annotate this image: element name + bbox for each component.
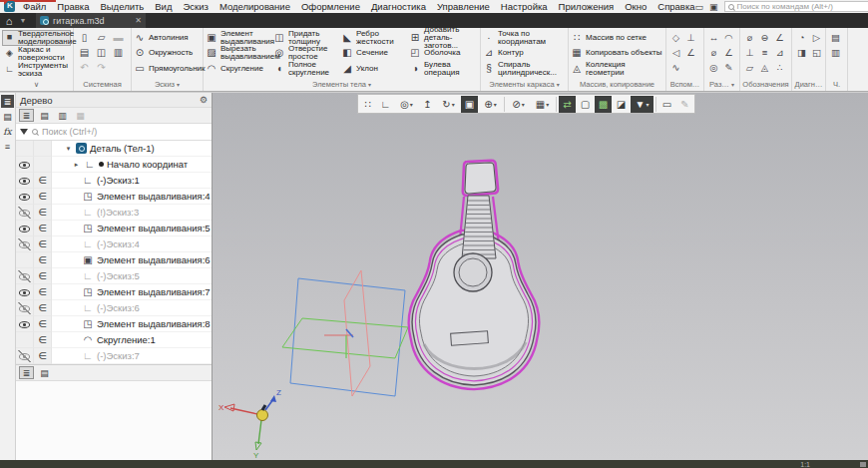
menu-item-8[interactable]: Управление xyxy=(437,1,490,12)
notation-angle-icon[interactable]: ∠ xyxy=(775,32,784,43)
included-icon[interactable]: ∈ xyxy=(38,223,47,234)
eye-hidden-icon[interactable] xyxy=(18,238,31,250)
menu-item-6[interactable]: Оформление xyxy=(301,1,360,12)
included-icon[interactable]: ∈ xyxy=(38,286,47,297)
part-list-icon[interactable]: ▤ xyxy=(831,32,840,43)
aux-angle-icon[interactable]: ∠ xyxy=(686,47,695,58)
notation-triangle-icon[interactable]: ⊿ xyxy=(776,47,784,58)
tree-row[interactable]: ∈◳Элемент выдавливания:4 xyxy=(16,189,212,205)
tree-row[interactable]: ∈∟(-)Эскиз:5 xyxy=(16,268,212,284)
model-tree-tab[interactable]: ≣ xyxy=(19,366,34,379)
orientation-cube-button[interactable]: ▣ xyxy=(461,96,478,113)
eye-visible-icon[interactable] xyxy=(18,159,31,171)
display-mode-button[interactable]: ▦▾ xyxy=(531,96,554,113)
included-icon[interactable]: ∈ xyxy=(38,318,47,329)
notation-points-icon[interactable]: ∴ xyxy=(776,62,782,73)
cut-extrude-button[interactable]: ▨Вырезать выдавливанием xyxy=(206,46,271,62)
eye-visible-icon[interactable] xyxy=(18,191,31,203)
save-as-icon[interactable]: ▥ xyxy=(114,47,123,58)
dropdown-caret-icon[interactable]: ▾ xyxy=(522,101,525,108)
aux-axis-icon[interactable]: ⊥ xyxy=(686,32,694,43)
measure-icon[interactable]: ◔ xyxy=(799,32,805,43)
dropdown-caret-icon[interactable]: ▾ xyxy=(546,101,549,108)
tolerance-icon[interactable]: ◎ xyxy=(709,62,717,73)
tree-row[interactable]: ∈∟(-)Эскиз:1 xyxy=(16,173,212,189)
panel-menu-icon[interactable]: ≡ xyxy=(1,140,14,153)
eye-hidden-icon[interactable] xyxy=(18,350,31,362)
autoline-button[interactable]: ∿Автолиния xyxy=(134,30,200,46)
tree-row[interactable]: ∈∟(!)Эскиз:3 xyxy=(16,205,212,221)
rectangle-button[interactable]: ▭Прямоугольник xyxy=(134,61,200,77)
yz-plane[interactable] xyxy=(344,270,370,396)
draft-button[interactable]: ◢Уклон xyxy=(341,61,407,77)
tree-row[interactable]: ∈◠Скругление:1 xyxy=(16,332,212,348)
simple-hole-button[interactable]: ◎Отверстие простое xyxy=(273,46,339,62)
menu-item-7[interactable]: Диагностика xyxy=(371,1,426,12)
zoom-button[interactable]: ◎▾ xyxy=(395,96,418,113)
included-icon[interactable]: ∈ xyxy=(38,238,47,249)
guitar-3d-model[interactable] xyxy=(409,161,540,389)
diameter-dimension-icon[interactable]: ⌀ xyxy=(711,47,717,58)
point-by-coords-button[interactable]: ∙Точка по координатам xyxy=(483,30,565,46)
tree-row[interactable]: ∈∟(-)Эскиз:4 xyxy=(16,236,212,252)
sketch-mode-button[interactable]: ∟ xyxy=(377,96,394,113)
document-tab[interactable]: гитарка.m3d ✕ xyxy=(36,13,146,28)
tree-row[interactable]: ∈▣Элемент выдавливания:6 xyxy=(16,252,212,268)
aux-plane-icon[interactable]: ◇ xyxy=(672,32,679,43)
coordinate-planes[interactable] xyxy=(282,270,408,396)
menu-item-11[interactable]: Окно xyxy=(625,1,647,12)
zx-plane[interactable] xyxy=(282,318,408,358)
notation-plane-icon[interactable]: ▱ xyxy=(746,62,753,73)
eye-visible-icon[interactable] xyxy=(18,286,31,298)
notation-diameter-icon[interactable]: ⌀ xyxy=(747,32,753,43)
frame-select-button[interactable]: ▭ xyxy=(658,96,675,113)
new-document-icon[interactable]: ▯ xyxy=(82,32,88,43)
gear-icon[interactable]: ⚙ xyxy=(200,95,208,105)
notation-perp-icon[interactable]: ⊥ xyxy=(745,47,753,58)
copy-objects-button[interactable]: ▦Копировать объекты xyxy=(571,46,662,62)
toolbar-drag-handle[interactable]: ∷ xyxy=(359,96,376,113)
full-round-button[interactable]: ◖Полное скругление xyxy=(273,61,339,77)
execution-tab[interactable]: ▤ xyxy=(37,366,52,379)
dropdown-caret-icon[interactable]: ▾ xyxy=(646,101,649,108)
add-stock-part-button[interactable]: ⊞Добавить деталь-заготов... xyxy=(409,30,475,46)
expander-icon[interactable]: ▾ xyxy=(64,145,73,153)
check-icon[interactable]: ▷ xyxy=(813,32,820,43)
copy-view-button[interactable]: ▢ xyxy=(577,96,594,113)
active-view-button[interactable]: ▩ xyxy=(595,96,612,113)
home-icon[interactable]: ⌂ xyxy=(0,13,18,28)
presentation-icon[interactable]: ▣ xyxy=(709,2,718,12)
menu-item-10[interactable]: Приложения xyxy=(559,1,615,12)
menu-item-4[interactable]: Эскиз xyxy=(183,1,208,12)
group-menu-caret[interactable]: ▾ xyxy=(368,79,371,91)
panel-tree-icon[interactable]: ≣ xyxy=(1,95,14,108)
included-icon[interactable]: ∈ xyxy=(38,270,47,281)
deviation-icon[interactable]: ◱ xyxy=(812,47,821,58)
filter-button[interactable]: ▼▾ xyxy=(631,96,653,113)
mass-properties-icon[interactable]: ◨ xyxy=(797,47,806,58)
dropdown-caret-icon[interactable]: ▾ xyxy=(410,101,413,108)
shell-button[interactable]: ◰Оболочка xyxy=(409,46,475,62)
composition-tab[interactable]: ▤ xyxy=(37,109,52,122)
included-icon[interactable]: ∈ xyxy=(38,254,47,265)
mode-tab-2[interactable]: ∟Инструменты эскиза xyxy=(2,62,71,78)
leader-icon[interactable]: ✎ xyxy=(725,62,733,73)
tree-row[interactable]: ∈∟(-)Эскиз:7 xyxy=(16,348,212,364)
home-dropdown-caret[interactable]: ▼ xyxy=(18,13,28,28)
resize-grip[interactable] xyxy=(860,462,866,467)
tree-row[interactable]: ∈◳Элемент выдавливания:8 xyxy=(16,316,212,332)
angle-dimension-icon[interactable]: ∠ xyxy=(724,47,733,58)
picker-button[interactable]: ✎ xyxy=(676,96,693,113)
menu-item-2[interactable]: Выделить xyxy=(100,1,144,12)
rib-button[interactable]: ◣Ребро жесткости xyxy=(341,30,407,46)
dropdown-caret-icon[interactable]: ▾ xyxy=(494,101,497,108)
rotate-button[interactable]: ↻▾ xyxy=(437,96,460,113)
menu-item-12[interactable]: Справка xyxy=(657,1,694,12)
eye-hidden-icon[interactable] xyxy=(18,207,31,219)
included-icon[interactable]: ∈ xyxy=(38,350,47,361)
aux-plane-angle-icon[interactable]: ◁ xyxy=(672,47,679,58)
menu-item-9[interactable]: Настройка xyxy=(501,1,548,12)
eye-visible-icon[interactable] xyxy=(18,318,31,330)
menu-item-3[interactable]: Вид xyxy=(155,1,172,12)
included-icon[interactable]: ∈ xyxy=(38,175,47,186)
